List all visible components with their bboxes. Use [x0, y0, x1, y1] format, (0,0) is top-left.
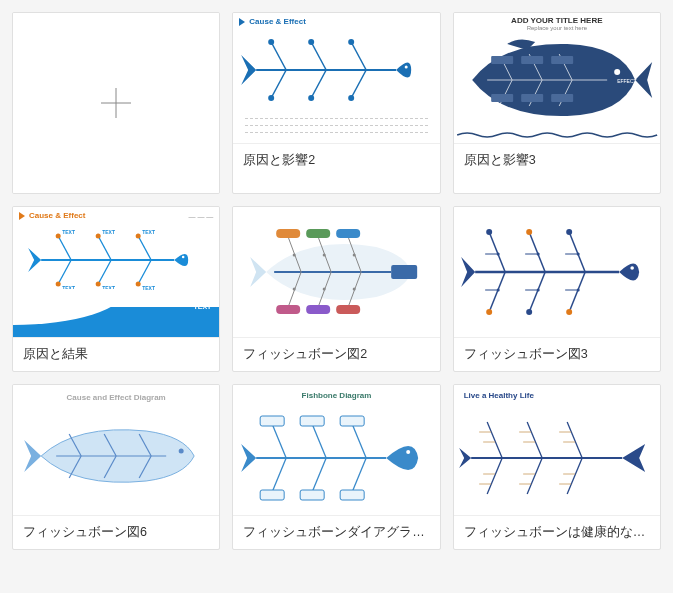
svg-rect-115	[260, 490, 284, 500]
header-sub: Replace your text here	[454, 25, 660, 31]
svg-point-93	[496, 289, 499, 292]
thumb-fb3	[454, 207, 660, 337]
fishbone-icon	[233, 207, 439, 337]
svg-point-3	[405, 66, 408, 69]
svg-point-43	[136, 282, 141, 287]
svg-line-75	[489, 272, 505, 312]
template-card-cr[interactable]: Cause & Effect — — — TEXTTEXTTEXTTEXTTEX…	[12, 206, 220, 372]
svg-line-7	[271, 70, 286, 98]
fishbone-icon	[13, 406, 219, 506]
svg-line-108	[352, 424, 366, 458]
svg-line-32	[58, 236, 71, 260]
svg-point-38	[56, 234, 61, 239]
svg-point-11	[308, 39, 314, 45]
header-subtext: — — —	[188, 213, 213, 220]
card-label: フィッシュボーン図3	[454, 337, 660, 371]
svg-rect-63	[336, 305, 360, 314]
svg-rect-62	[306, 305, 330, 314]
svg-rect-58	[276, 229, 300, 238]
header-text: Cause & Effect	[249, 17, 305, 26]
svg-point-16	[614, 69, 620, 75]
svg-line-119	[487, 422, 502, 458]
template-card-ce3[interactable]: ADD YOUR TITLE HERE Replace your text he…	[453, 12, 661, 194]
svg-point-86	[566, 229, 572, 235]
svg-rect-117	[340, 490, 364, 500]
svg-line-73	[529, 232, 545, 272]
svg-line-36	[98, 260, 111, 284]
svg-rect-116	[300, 490, 324, 500]
template-card-fb3[interactable]: フィッシュボーン図3	[453, 206, 661, 372]
template-card-blank[interactable]	[12, 12, 220, 194]
svg-point-42	[96, 282, 101, 287]
thumb-fb2	[233, 207, 439, 337]
fishbone-icon	[233, 404, 439, 509]
svg-point-90	[496, 253, 499, 256]
svg-rect-113	[300, 416, 324, 426]
svg-point-68	[323, 288, 326, 291]
svg-point-92	[576, 253, 579, 256]
card-label: 原因と結果	[13, 337, 219, 371]
svg-point-88	[526, 309, 532, 315]
svg-point-40	[136, 234, 141, 239]
fishbone-icon	[454, 406, 660, 506]
svg-line-124	[567, 458, 582, 494]
effect-label: EFFECT	[617, 78, 636, 84]
svg-rect-112	[260, 416, 284, 426]
fishbone-icon	[454, 207, 660, 337]
plus-icon	[13, 13, 219, 193]
svg-line-122	[487, 458, 502, 494]
svg-point-14	[308, 95, 314, 101]
header-text: Cause & Effect	[29, 211, 85, 220]
svg-rect-61	[276, 305, 300, 314]
svg-point-13	[268, 95, 274, 101]
svg-rect-24	[491, 56, 513, 64]
card-label: フィッシュボーンダイアグラムテンプレート	[233, 515, 439, 549]
svg-point-95	[576, 289, 579, 292]
svg-line-74	[569, 232, 585, 272]
template-card-healthy[interactable]: Live a Healthy Life フィッシュボーンは健康的な生活を送る	[453, 384, 661, 550]
thumb-text-lines	[233, 114, 439, 133]
svg-line-6	[351, 42, 366, 70]
side-text: TEXT	[193, 303, 211, 310]
blank-thumb	[13, 13, 219, 193]
fishbone-icon	[233, 30, 439, 110]
template-card-fb2[interactable]: フィッシュボーン図2	[232, 206, 440, 372]
svg-point-64	[293, 254, 296, 257]
svg-point-89	[566, 309, 572, 315]
svg-line-34	[138, 236, 151, 260]
template-grid: Cause & Effect 原因と影響2	[12, 12, 661, 550]
thumb-ce2: Cause & Effect	[233, 13, 439, 143]
template-card-fb6[interactable]: Cause and Effect Diagram フィッシュボーン図6	[12, 384, 220, 550]
svg-rect-25	[521, 56, 543, 64]
svg-point-71	[630, 266, 634, 270]
svg-line-33	[98, 236, 111, 260]
wave-decoration	[454, 131, 660, 139]
template-card-fbtpl[interactable]: Fishbone Diagram フィッシュボーンダイアグラムテンプレート	[232, 384, 440, 550]
svg-rect-29	[551, 94, 573, 102]
fishbone-icon: TEXTTEXTTEXTTEXTTEXTTEXT	[13, 224, 219, 296]
svg-point-10	[268, 39, 274, 45]
svg-line-4	[271, 42, 286, 70]
template-card-ce2[interactable]: Cause & Effect 原因と影響2	[232, 12, 440, 194]
svg-point-66	[353, 254, 356, 257]
svg-line-106	[272, 424, 286, 458]
thumb-ce3: ADD YOUR TITLE HERE Replace your text he…	[454, 13, 660, 143]
svg-point-65	[323, 254, 326, 257]
svg-point-84	[486, 229, 492, 235]
card-label: 原因と影響3	[454, 143, 660, 177]
svg-line-110	[312, 458, 326, 492]
thumb-fb6: Cause and Effect Diagram	[13, 385, 219, 515]
svg-rect-59	[306, 229, 330, 238]
svg-line-77	[569, 272, 585, 312]
thumb-header: Cause and Effect Diagram	[13, 385, 219, 406]
thumb-header: Live a Healthy Life	[454, 385, 660, 406]
svg-text:TEXT: TEXT	[142, 229, 155, 235]
svg-rect-51	[391, 265, 417, 279]
svg-point-87	[486, 309, 492, 315]
chevron-icon	[19, 212, 25, 220]
svg-point-31	[182, 256, 185, 259]
svg-point-39	[96, 234, 101, 239]
svg-line-123	[527, 458, 542, 494]
thumb-fbtpl: Fishbone Diagram	[233, 385, 439, 515]
svg-line-120	[527, 422, 542, 458]
